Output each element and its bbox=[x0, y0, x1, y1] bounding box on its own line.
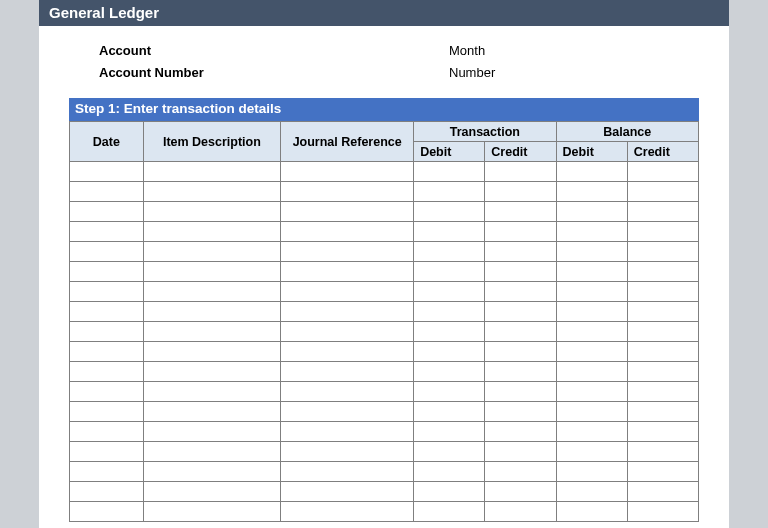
cell-t_debit[interactable] bbox=[414, 282, 485, 302]
cell-t_debit[interactable] bbox=[414, 402, 485, 422]
cell-date[interactable] bbox=[70, 342, 144, 362]
cell-ref[interactable] bbox=[281, 302, 414, 322]
cell-date[interactable] bbox=[70, 202, 144, 222]
cell-ref[interactable] bbox=[281, 442, 414, 462]
cell-desc[interactable] bbox=[143, 182, 281, 202]
cell-date[interactable] bbox=[70, 422, 144, 442]
cell-ref[interactable] bbox=[281, 182, 414, 202]
cell-b_debit[interactable] bbox=[556, 422, 627, 442]
cell-t_debit[interactable] bbox=[414, 182, 485, 202]
cell-b_credit[interactable] bbox=[627, 182, 698, 202]
cell-ref[interactable] bbox=[281, 162, 414, 182]
cell-ref[interactable] bbox=[281, 462, 414, 482]
cell-date[interactable] bbox=[70, 402, 144, 422]
cell-b_debit[interactable] bbox=[556, 282, 627, 302]
cell-b_debit[interactable] bbox=[556, 322, 627, 342]
cell-t_debit[interactable] bbox=[414, 482, 485, 502]
cell-desc[interactable] bbox=[143, 442, 281, 462]
cell-t_credit[interactable] bbox=[485, 362, 556, 382]
cell-desc[interactable] bbox=[143, 482, 281, 502]
cell-t_debit[interactable] bbox=[414, 342, 485, 362]
cell-b_credit[interactable] bbox=[627, 402, 698, 422]
cell-t_credit[interactable] bbox=[485, 342, 556, 362]
cell-date[interactable] bbox=[70, 242, 144, 262]
cell-ref[interactable] bbox=[281, 502, 414, 522]
cell-t_debit[interactable] bbox=[414, 302, 485, 322]
cell-ref[interactable] bbox=[281, 422, 414, 442]
cell-ref[interactable] bbox=[281, 262, 414, 282]
cell-t_credit[interactable] bbox=[485, 242, 556, 262]
cell-b_credit[interactable] bbox=[627, 242, 698, 262]
cell-t_credit[interactable] bbox=[485, 422, 556, 442]
cell-desc[interactable] bbox=[143, 322, 281, 342]
cell-date[interactable] bbox=[70, 222, 144, 242]
cell-t_debit[interactable] bbox=[414, 502, 485, 522]
cell-t_credit[interactable] bbox=[485, 402, 556, 422]
cell-b_credit[interactable] bbox=[627, 422, 698, 442]
cell-t_credit[interactable] bbox=[485, 222, 556, 242]
cell-b_credit[interactable] bbox=[627, 202, 698, 222]
cell-date[interactable] bbox=[70, 502, 144, 522]
cell-b_credit[interactable] bbox=[627, 502, 698, 522]
cell-ref[interactable] bbox=[281, 322, 414, 342]
cell-t_credit[interactable] bbox=[485, 162, 556, 182]
cell-t_credit[interactable] bbox=[485, 322, 556, 342]
cell-b_debit[interactable] bbox=[556, 382, 627, 402]
cell-desc[interactable] bbox=[143, 222, 281, 242]
cell-b_credit[interactable] bbox=[627, 482, 698, 502]
cell-b_credit[interactable] bbox=[627, 302, 698, 322]
cell-b_debit[interactable] bbox=[556, 342, 627, 362]
cell-b_debit[interactable] bbox=[556, 222, 627, 242]
cell-b_debit[interactable] bbox=[556, 402, 627, 422]
cell-t_credit[interactable] bbox=[485, 482, 556, 502]
cell-desc[interactable] bbox=[143, 422, 281, 442]
cell-t_debit[interactable] bbox=[414, 462, 485, 482]
cell-b_credit[interactable] bbox=[627, 442, 698, 462]
cell-b_credit[interactable] bbox=[627, 342, 698, 362]
cell-b_debit[interactable] bbox=[556, 162, 627, 182]
cell-b_debit[interactable] bbox=[556, 242, 627, 262]
cell-desc[interactable] bbox=[143, 382, 281, 402]
cell-ref[interactable] bbox=[281, 222, 414, 242]
cell-date[interactable] bbox=[70, 162, 144, 182]
cell-t_debit[interactable] bbox=[414, 262, 485, 282]
cell-desc[interactable] bbox=[143, 302, 281, 322]
cell-t_credit[interactable] bbox=[485, 182, 556, 202]
cell-b_debit[interactable] bbox=[556, 182, 627, 202]
cell-ref[interactable] bbox=[281, 482, 414, 502]
cell-b_credit[interactable] bbox=[627, 462, 698, 482]
cell-t_debit[interactable] bbox=[414, 162, 485, 182]
cell-date[interactable] bbox=[70, 362, 144, 382]
cell-b_debit[interactable] bbox=[556, 262, 627, 282]
cell-desc[interactable] bbox=[143, 462, 281, 482]
cell-b_debit[interactable] bbox=[556, 462, 627, 482]
cell-t_debit[interactable] bbox=[414, 242, 485, 262]
cell-t_debit[interactable] bbox=[414, 322, 485, 342]
cell-t_debit[interactable] bbox=[414, 362, 485, 382]
cell-t_debit[interactable] bbox=[414, 422, 485, 442]
cell-ref[interactable] bbox=[281, 202, 414, 222]
cell-b_credit[interactable] bbox=[627, 362, 698, 382]
cell-t_credit[interactable] bbox=[485, 302, 556, 322]
cell-b_credit[interactable] bbox=[627, 382, 698, 402]
cell-t_credit[interactable] bbox=[485, 382, 556, 402]
cell-desc[interactable] bbox=[143, 262, 281, 282]
cell-t_debit[interactable] bbox=[414, 382, 485, 402]
cell-desc[interactable] bbox=[143, 362, 281, 382]
cell-desc[interactable] bbox=[143, 502, 281, 522]
cell-date[interactable] bbox=[70, 442, 144, 462]
cell-b_debit[interactable] bbox=[556, 502, 627, 522]
cell-date[interactable] bbox=[70, 462, 144, 482]
cell-t_debit[interactable] bbox=[414, 222, 485, 242]
cell-ref[interactable] bbox=[281, 282, 414, 302]
cell-t_debit[interactable] bbox=[414, 442, 485, 462]
cell-date[interactable] bbox=[70, 302, 144, 322]
cell-ref[interactable] bbox=[281, 402, 414, 422]
cell-desc[interactable] bbox=[143, 282, 281, 302]
cell-t_credit[interactable] bbox=[485, 442, 556, 462]
cell-b_credit[interactable] bbox=[627, 222, 698, 242]
cell-t_credit[interactable] bbox=[485, 502, 556, 522]
cell-date[interactable] bbox=[70, 482, 144, 502]
cell-t_credit[interactable] bbox=[485, 262, 556, 282]
cell-b_debit[interactable] bbox=[556, 302, 627, 322]
